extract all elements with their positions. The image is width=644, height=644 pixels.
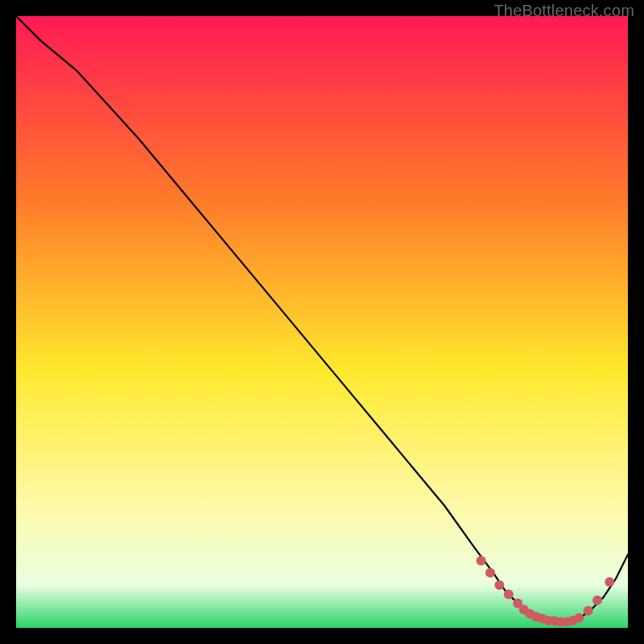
chart-frame: TheBottleneck.com — [0, 0, 644, 644]
highlight-dot — [494, 580, 504, 590]
gradient-background — [16, 16, 628, 628]
highlight-dot — [477, 555, 486, 565]
bottleneck-chart — [16, 16, 628, 628]
highlight-dot — [485, 568, 495, 578]
highlight-dot — [504, 589, 514, 599]
highlight-dot — [605, 577, 614, 587]
highlight-dot — [584, 606, 593, 616]
highlight-dot — [592, 596, 602, 605]
highlight-dot — [574, 613, 584, 623]
